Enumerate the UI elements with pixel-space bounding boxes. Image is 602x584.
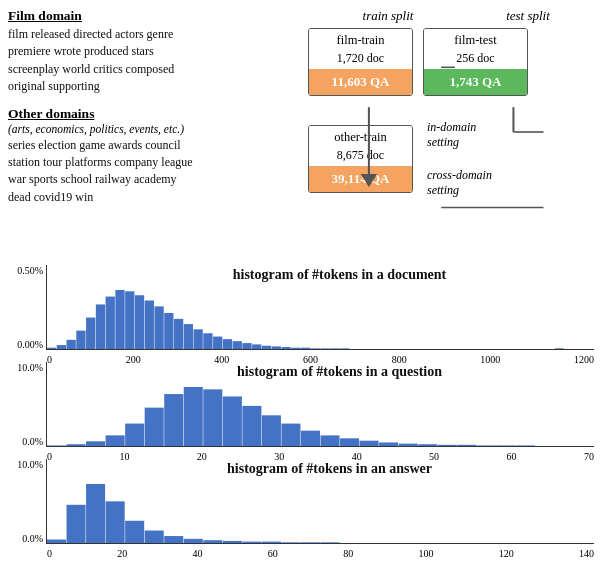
hist-q-canvas [47, 383, 594, 446]
film-test-qa: 1,743 QA [424, 69, 527, 95]
lower-boxes-area: other-train 8,675 doc 39,114 QA in-domai… [308, 120, 598, 198]
in-domain-label: in-domain setting [427, 120, 492, 150]
hist-a-title: histogram of #tokens in an answer [67, 461, 592, 477]
film-domain-words: film released directed actors genre prem… [8, 26, 298, 96]
split-labels-row: train split test split [308, 8, 598, 24]
other-train-doc: 8,675 doc [309, 147, 412, 166]
hist-doc-title: histogram of #tokens in a document [87, 267, 592, 283]
hist-a-yaxis: 10.0% 0.0% [8, 459, 46, 544]
histogram-document-row: 0.50% 0.00% histogram of #tokens in a do… [8, 260, 594, 355]
film-test-label: film-test [424, 29, 527, 50]
film-test-box: film-test 256 doc 1,743 QA [423, 28, 528, 96]
ytick-top: 10.0% [17, 459, 43, 470]
hist-q-title: histogram of #tokens in a question [87, 364, 592, 380]
other-domains-title: Other domains [8, 106, 298, 122]
film-train-doc: 1,720 doc [309, 50, 412, 69]
right-panel: train split test split film-train 1,720 … [298, 8, 598, 256]
film-train-qa: 11,603 QA [309, 69, 412, 95]
cross-domain-label: cross-domain setting [427, 168, 492, 198]
ytick-top: 0.50% [17, 265, 43, 276]
other-train-qa: 39,114 QA [309, 166, 412, 192]
histogram-answer-row: 10.0% 0.0% histogram of #tokens in an an… [8, 454, 594, 549]
film-test-doc: 256 doc [424, 50, 527, 69]
film-train-box: film-train 1,720 doc 11,603 QA [308, 28, 413, 96]
main-container: Film domain film released directed actor… [0, 0, 602, 584]
hist-a-xaxis: 0 20 40 60 80 100 120 140 [47, 548, 594, 559]
film-train-label: film-train [309, 29, 412, 50]
top-section: Film domain film released directed actor… [0, 0, 602, 260]
hist-doc-canvas [47, 286, 594, 349]
hist-a-canvas [47, 480, 594, 543]
hist-a-main: histogram of #tokens in an answer 0 20 4… [46, 459, 594, 544]
ytick-top: 10.0% [17, 362, 43, 373]
test-split-label: test split [476, 8, 581, 24]
top-boxes-row: film-train 1,720 doc 11,603 QA film-test… [308, 28, 598, 96]
film-domain-title: Film domain [8, 8, 298, 24]
other-domains-subtitle: (arts, economics, politics, events, etc.… [8, 123, 298, 135]
setting-labels: in-domain setting cross-domain setting [427, 120, 492, 198]
hist-q-main: histogram of #tokens in a question 0 10 … [46, 362, 594, 447]
histogram-question-row: 10.0% 0.0% histogram of #tokens in a que… [8, 357, 594, 452]
ytick-bot: 0.0% [22, 533, 43, 544]
ytick-bot: 0.00% [17, 339, 43, 350]
hist-doc-yaxis: 0.50% 0.00% [8, 265, 46, 350]
hist-doc-main: histogram of #tokens in a document 0 200… [46, 265, 594, 350]
other-domains-words: series election game awards council stat… [8, 137, 298, 207]
train-split-label: train split [336, 8, 441, 24]
left-panel: Film domain film released directed actor… [8, 8, 298, 256]
histograms-section: 0.50% 0.00% histogram of #tokens in a do… [0, 260, 602, 584]
hist-q-yaxis: 10.0% 0.0% [8, 362, 46, 447]
other-train-label: other-train [309, 126, 412, 147]
ytick-bot: 0.0% [22, 436, 43, 447]
other-train-box: other-train 8,675 doc 39,114 QA [308, 125, 413, 193]
